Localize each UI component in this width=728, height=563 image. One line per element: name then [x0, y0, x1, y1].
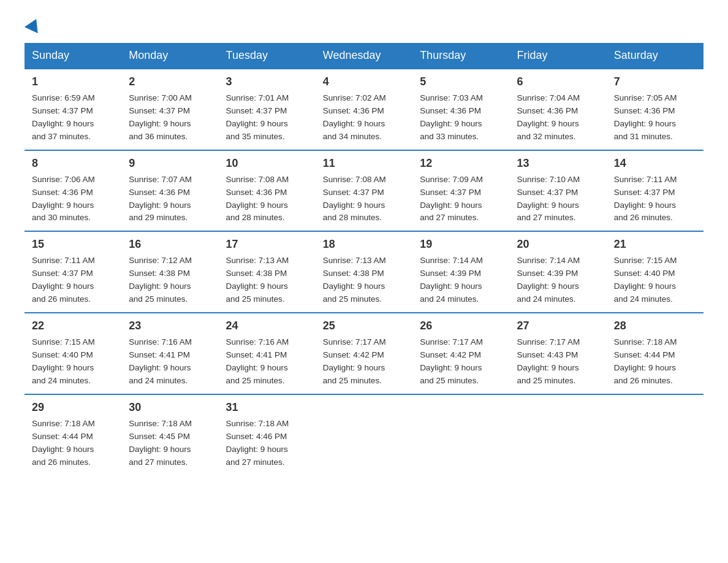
- day-info: Sunrise: 7:00 AMSunset: 4:37 PMDaylight:…: [129, 92, 211, 144]
- calendar-cell: 1Sunrise: 6:59 AMSunset: 4:37 PMDaylight…: [25, 69, 121, 150]
- day-info: Sunrise: 7:18 AMSunset: 4:44 PMDaylight:…: [32, 418, 114, 469]
- calendar-week-4: 22Sunrise: 7:15 AMSunset: 4:40 PMDayligh…: [25, 313, 703, 394]
- calendar-cell: 20Sunrise: 7:14 AMSunset: 4:39 PMDayligh…: [509, 231, 606, 313]
- day-info: Sunrise: 7:18 AMSunset: 4:44 PMDaylight:…: [614, 336, 696, 388]
- calendar-cell: 13Sunrise: 7:10 AMSunset: 4:37 PMDayligh…: [509, 150, 606, 232]
- day-info: Sunrise: 7:18 AMSunset: 4:46 PMDaylight:…: [226, 418, 308, 469]
- calendar-cell: [316, 394, 412, 475]
- day-info: Sunrise: 7:15 AMSunset: 4:40 PMDaylight:…: [32, 336, 114, 388]
- day-number: 9: [129, 157, 211, 170]
- calendar-cell: 15Sunrise: 7:11 AMSunset: 4:37 PMDayligh…: [25, 231, 121, 313]
- day-info: Sunrise: 7:09 AMSunset: 4:37 PMDaylight:…: [420, 174, 502, 225]
- day-info: Sunrise: 7:16 AMSunset: 4:41 PMDaylight:…: [226, 336, 308, 388]
- calendar-cell: 24Sunrise: 7:16 AMSunset: 4:41 PMDayligh…: [219, 313, 316, 394]
- day-info: Sunrise: 7:12 AMSunset: 4:38 PMDaylight:…: [129, 255, 211, 306]
- calendar-cell: 14Sunrise: 7:11 AMSunset: 4:37 PMDayligh…: [607, 150, 703, 232]
- day-number: 29: [32, 401, 114, 414]
- calendar-cell: 9Sunrise: 7:07 AMSunset: 4:36 PMDaylight…: [121, 150, 218, 232]
- day-number: 8: [32, 157, 114, 170]
- header-day-friday: Friday: [509, 43, 606, 69]
- calendar-week-1: 1Sunrise: 6:59 AMSunset: 4:37 PMDaylight…: [25, 69, 703, 150]
- day-number: 17: [226, 238, 308, 251]
- header-day-sunday: Sunday: [25, 43, 121, 69]
- calendar-table: SundayMondayTuesdayWednesdayThursdayFrid…: [25, 43, 703, 475]
- day-number: 3: [226, 75, 308, 88]
- calendar-cell: 12Sunrise: 7:09 AMSunset: 4:37 PMDayligh…: [412, 150, 509, 232]
- calendar-cell: 21Sunrise: 7:15 AMSunset: 4:40 PMDayligh…: [607, 231, 703, 313]
- calendar-week-3: 15Sunrise: 7:11 AMSunset: 4:37 PMDayligh…: [25, 231, 703, 313]
- day-info: Sunrise: 7:01 AMSunset: 4:37 PMDaylight:…: [226, 92, 308, 144]
- page-header: [25, 18, 703, 31]
- day-number: 6: [517, 75, 599, 88]
- calendar-cell: 5Sunrise: 7:03 AMSunset: 4:36 PMDaylight…: [412, 69, 509, 150]
- day-info: Sunrise: 7:06 AMSunset: 4:36 PMDaylight:…: [32, 174, 114, 225]
- calendar-cell: 18Sunrise: 7:13 AMSunset: 4:38 PMDayligh…: [316, 231, 412, 313]
- calendar-cell: 29Sunrise: 7:18 AMSunset: 4:44 PMDayligh…: [25, 394, 121, 475]
- day-info: Sunrise: 7:11 AMSunset: 4:37 PMDaylight:…: [614, 174, 696, 225]
- calendar-cell: 2Sunrise: 7:00 AMSunset: 4:37 PMDaylight…: [121, 69, 218, 150]
- day-number: 24: [226, 320, 308, 332]
- header-day-tuesday: Tuesday: [219, 43, 316, 69]
- day-number: 14: [614, 157, 696, 170]
- day-number: 16: [129, 238, 211, 251]
- day-number: 7: [614, 75, 696, 88]
- day-info: Sunrise: 7:17 AMSunset: 4:43 PMDaylight:…: [517, 336, 599, 388]
- day-number: 10: [226, 157, 308, 170]
- day-number: 2: [129, 75, 211, 88]
- day-number: 27: [517, 320, 599, 332]
- header-day-wednesday: Wednesday: [316, 43, 412, 69]
- calendar-cell: 16Sunrise: 7:12 AMSunset: 4:38 PMDayligh…: [121, 231, 218, 313]
- logo-text: [25, 18, 43, 31]
- calendar-cell: 31Sunrise: 7:18 AMSunset: 4:46 PMDayligh…: [219, 394, 316, 475]
- day-number: 23: [129, 320, 211, 332]
- day-number: 28: [614, 320, 696, 332]
- calendar-cell: 17Sunrise: 7:13 AMSunset: 4:38 PMDayligh…: [219, 231, 316, 313]
- calendar-cell: 23Sunrise: 7:16 AMSunset: 4:41 PMDayligh…: [121, 313, 218, 394]
- day-number: 15: [32, 238, 114, 251]
- calendar-cell: 27Sunrise: 7:17 AMSunset: 4:43 PMDayligh…: [509, 313, 606, 394]
- day-info: Sunrise: 7:08 AMSunset: 4:37 PMDaylight:…: [323, 174, 405, 225]
- calendar-cell: [412, 394, 509, 475]
- calendar-cell: 25Sunrise: 7:17 AMSunset: 4:42 PMDayligh…: [316, 313, 412, 394]
- header-day-monday: Monday: [121, 43, 218, 69]
- calendar-cell: 26Sunrise: 7:17 AMSunset: 4:42 PMDayligh…: [412, 313, 509, 394]
- day-info: Sunrise: 7:14 AMSunset: 4:39 PMDaylight:…: [420, 255, 502, 306]
- day-info: Sunrise: 7:14 AMSunset: 4:39 PMDaylight:…: [517, 255, 599, 306]
- calendar-cell: 30Sunrise: 7:18 AMSunset: 4:45 PMDayligh…: [121, 394, 218, 475]
- day-number: 13: [517, 157, 599, 170]
- calendar-header-row: SundayMondayTuesdayWednesdayThursdayFrid…: [25, 43, 703, 69]
- calendar-cell: 28Sunrise: 7:18 AMSunset: 4:44 PMDayligh…: [607, 313, 703, 394]
- calendar-cell: 19Sunrise: 7:14 AMSunset: 4:39 PMDayligh…: [412, 231, 509, 313]
- day-info: Sunrise: 7:11 AMSunset: 4:37 PMDaylight:…: [32, 255, 114, 306]
- day-number: 4: [323, 75, 405, 88]
- calendar-cell: 4Sunrise: 7:02 AMSunset: 4:36 PMDaylight…: [316, 69, 412, 150]
- day-number: 18: [323, 238, 405, 251]
- day-info: Sunrise: 7:04 AMSunset: 4:36 PMDaylight:…: [517, 92, 599, 144]
- day-info: Sunrise: 7:05 AMSunset: 4:36 PMDaylight:…: [614, 92, 696, 144]
- day-number: 21: [614, 238, 696, 251]
- calendar-cell: [607, 394, 703, 475]
- day-info: Sunrise: 7:13 AMSunset: 4:38 PMDaylight:…: [323, 255, 405, 306]
- day-number: 5: [420, 75, 502, 88]
- day-info: Sunrise: 7:10 AMSunset: 4:37 PMDaylight:…: [517, 174, 599, 225]
- day-number: 1: [32, 75, 114, 88]
- calendar-week-5: 29Sunrise: 7:18 AMSunset: 4:44 PMDayligh…: [25, 394, 703, 475]
- day-info: Sunrise: 7:16 AMSunset: 4:41 PMDaylight:…: [129, 336, 211, 388]
- day-number: 30: [129, 401, 211, 414]
- day-number: 20: [517, 238, 599, 251]
- calendar-cell: 11Sunrise: 7:08 AMSunset: 4:37 PMDayligh…: [316, 150, 412, 232]
- calendar-cell: 8Sunrise: 7:06 AMSunset: 4:36 PMDaylight…: [25, 150, 121, 232]
- day-info: Sunrise: 7:17 AMSunset: 4:42 PMDaylight:…: [323, 336, 405, 388]
- day-info: Sunrise: 7:07 AMSunset: 4:36 PMDaylight:…: [129, 174, 211, 225]
- logo: [25, 18, 43, 31]
- day-info: Sunrise: 7:15 AMSunset: 4:40 PMDaylight:…: [614, 255, 696, 306]
- calendar-cell: 7Sunrise: 7:05 AMSunset: 4:36 PMDaylight…: [607, 69, 703, 150]
- day-info: Sunrise: 7:13 AMSunset: 4:38 PMDaylight:…: [226, 255, 308, 306]
- day-info: Sunrise: 7:18 AMSunset: 4:45 PMDaylight:…: [129, 418, 211, 469]
- day-number: 12: [420, 157, 502, 170]
- day-info: Sunrise: 7:03 AMSunset: 4:36 PMDaylight:…: [420, 92, 502, 144]
- day-number: 11: [323, 157, 405, 170]
- day-info: Sunrise: 6:59 AMSunset: 4:37 PMDaylight:…: [32, 92, 114, 144]
- day-number: 22: [32, 320, 114, 332]
- day-number: 26: [420, 320, 502, 332]
